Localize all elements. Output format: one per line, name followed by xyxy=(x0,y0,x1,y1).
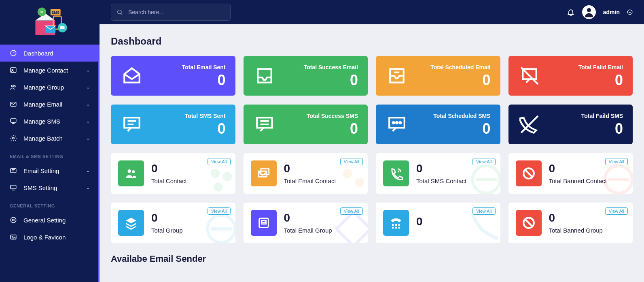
image-icon xyxy=(10,233,17,241)
svg-rect-10 xyxy=(60,26,65,29)
tile-total-scheduled-sms: Total Scheduled SMS0 xyxy=(376,105,500,144)
avatar[interactable] xyxy=(582,5,596,19)
chevron-down-icon: ⌄ xyxy=(86,68,90,73)
gauge-icon xyxy=(10,49,17,57)
search-icon xyxy=(117,9,123,15)
sidebar-item-label: Manage Contact xyxy=(23,67,68,74)
tile-label: Total Success Email xyxy=(304,64,358,70)
users-icon xyxy=(118,160,144,186)
tile-value: 0 xyxy=(430,73,490,88)
sidebar-item-label: SMS Setting xyxy=(23,184,57,191)
user-name: admin xyxy=(603,9,620,15)
tile-value: 0 xyxy=(182,73,226,88)
svg-point-25 xyxy=(118,10,121,14)
card-value: 0 xyxy=(416,216,423,228)
mail-icon xyxy=(10,100,17,108)
tile-value: 0 xyxy=(307,122,358,136)
tile-label: Total Success SMS xyxy=(307,113,358,119)
sidebar-item-manage-sms[interactable]: Manage SMS ⌄ xyxy=(0,113,100,130)
svg-rect-30 xyxy=(124,118,140,128)
svg-point-33 xyxy=(393,122,394,124)
card-total-email-group: View All 0Total Email Group xyxy=(244,203,368,243)
svg-rect-56 xyxy=(398,224,400,226)
ban-icon xyxy=(516,160,542,186)
sidebar-item-manage-email[interactable]: Manage Email ⌄ xyxy=(0,96,100,113)
tile-total-scheduled-email: Total Scheduled Email0 xyxy=(376,56,500,96)
monitor-icon xyxy=(10,118,17,125)
tile-label: Total Scheduled Email xyxy=(430,64,490,70)
svg-point-41 xyxy=(214,183,223,192)
card-label: Total Group xyxy=(151,227,183,234)
svg-rect-54 xyxy=(392,224,394,226)
card-label: Total Email Group xyxy=(284,227,332,234)
svg-rect-12 xyxy=(11,68,16,73)
tile-label: Total Falid Email xyxy=(578,64,623,70)
sidebar-item-dashboard[interactable]: Dashboard xyxy=(0,45,100,62)
inbox-icon xyxy=(253,64,276,87)
batch-icon xyxy=(10,135,17,142)
card-value: 0 xyxy=(549,212,603,224)
sidebar-section-general: GENERAL SETTING xyxy=(0,196,100,212)
card-label: Total Banned Group xyxy=(549,227,603,234)
chevron-down-icon: ⌄ xyxy=(86,119,90,124)
view-all-link[interactable]: View All xyxy=(605,207,628,215)
mail-stack-icon xyxy=(251,160,277,186)
tile-total-success-sms: Total Success SMS0 xyxy=(244,105,368,144)
comment-slash-icon xyxy=(518,64,541,87)
sidebar-item-manage-contact[interactable]: Manage Contact ⌄ xyxy=(0,62,100,79)
inbox-in-icon xyxy=(386,64,408,87)
sidebar-item-label: Manage Group xyxy=(23,84,64,91)
card-label: Total Email Contact xyxy=(284,177,336,184)
tile-label: Total Email Sent xyxy=(182,64,226,70)
sidebar-item-manage-group[interactable]: Manage Group ⌄ xyxy=(0,79,100,96)
card-value: 0 xyxy=(549,162,607,175)
contact-icon xyxy=(10,66,17,74)
sms-setting-icon xyxy=(10,184,17,191)
search-input[interactable] xyxy=(111,4,231,21)
card-total-sms-group: View All 0 xyxy=(376,203,500,243)
sidebar-item-label: Logo & Favicon xyxy=(23,234,66,241)
svg-line-48 xyxy=(525,170,532,177)
brand-logo: ✉ SMS xyxy=(0,0,100,45)
sidebar-item-logo-favicon[interactable]: Logo & Favicon xyxy=(0,229,100,246)
tile-label: Total SMS Sent xyxy=(185,113,226,119)
card-total-sms-contact: View All 0Total SMS Contact xyxy=(376,153,500,194)
svg-point-38 xyxy=(132,170,135,173)
card-label: Total Banned Contact xyxy=(549,177,607,184)
tile-value: 0 xyxy=(304,73,358,88)
sidebar-item-general-setting[interactable]: General Setting xyxy=(0,212,100,229)
layers-icon xyxy=(118,210,144,236)
chevron-down-icon: ⌄ xyxy=(86,168,90,173)
svg-rect-20 xyxy=(11,185,16,189)
svg-rect-53 xyxy=(337,212,368,243)
chevron-down-icon[interactable] xyxy=(627,9,633,15)
tile-label: Total Scheduled SMS xyxy=(433,113,490,119)
sidebar-item-sms-setting[interactable]: SMS Setting ⌄ xyxy=(0,179,100,196)
svg-point-44 xyxy=(343,169,352,178)
card-label: Total SMS Contact xyxy=(416,177,466,184)
tile-total-failed-sms: Total Faild SMS0 xyxy=(508,105,633,144)
svg-rect-58 xyxy=(395,227,397,229)
message-dots-icon xyxy=(386,113,408,136)
gear-icon xyxy=(10,216,17,224)
svg-point-18 xyxy=(13,137,15,139)
svg-rect-31 xyxy=(257,118,272,128)
svg-point-37 xyxy=(128,169,131,173)
svg-point-40 xyxy=(222,172,232,181)
tile-value: 0 xyxy=(578,73,623,88)
sidebar-item-manage-batch[interactable]: Manage Batch ⌄ xyxy=(0,130,100,147)
phone-slash-icon xyxy=(518,113,541,136)
svg-line-61 xyxy=(525,220,532,226)
envelope-open-icon xyxy=(121,64,143,87)
svg-rect-59 xyxy=(398,227,400,229)
card-total-group: View All 0Total Group xyxy=(111,203,235,243)
tile-total-sms-sent: Total SMS Sent0 xyxy=(111,105,235,144)
card-total-contact: View All 0Total Contact xyxy=(111,153,235,194)
tty-icon xyxy=(383,210,409,236)
tile-label: Total Faild SMS xyxy=(581,113,623,119)
svg-point-27 xyxy=(627,10,632,15)
svg-point-24 xyxy=(12,236,13,237)
notification-bell-icon[interactable] xyxy=(567,8,575,16)
message-icon xyxy=(121,113,143,136)
sidebar-item-email-setting[interactable]: Email Setting ⌄ xyxy=(0,162,100,179)
